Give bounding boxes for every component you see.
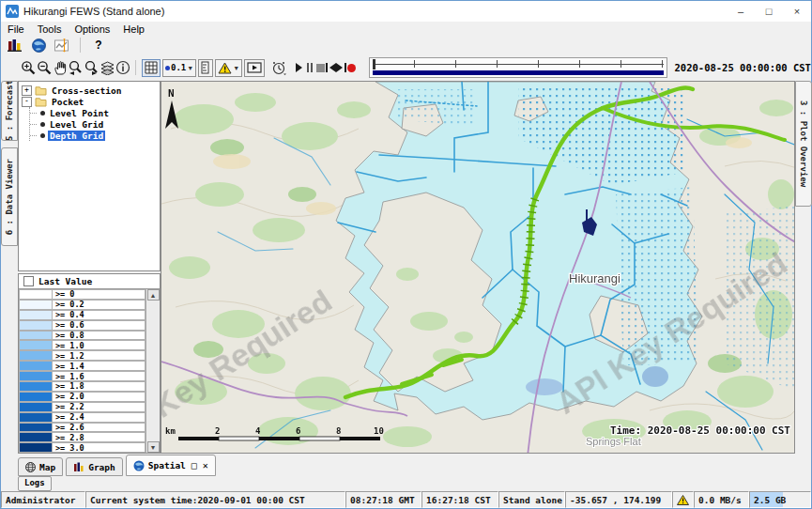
locality-label: Springs Flat [586,436,641,447]
interval-dot-icon [165,66,170,70]
layer-tree: + Cross-section - Pocket Level Point [18,81,161,271]
selected-tree-item: Depth Grid [48,131,105,141]
menu-options[interactable]: Options [68,23,116,35]
thresholds-dropdown[interactable]: ▼ [215,59,242,77]
town-label: Hikurangi [569,271,620,285]
info-button[interactable] [115,58,130,78]
tree-item-level-point[interactable]: Level Point [30,107,160,118]
last-value-label: Last Value [38,276,92,286]
animate-button[interactable] [244,59,265,77]
menu-tools[interactable]: Tools [31,23,69,35]
legend-swatch [19,402,53,412]
maximize-button[interactable]: □ [755,1,783,22]
layers-button[interactable] [100,58,115,78]
timeseries-icon [54,39,69,53]
animate-icon [247,62,262,73]
tab-maximize-icon[interactable]: □ [192,460,197,470]
svg-text:6: 6 [296,426,300,436]
tab-map[interactable]: Map [18,457,63,476]
pause-button[interactable] [304,58,314,77]
legend-row: >= 1.6 [19,371,146,381]
tab-data-viewer[interactable]: 6 : Data Viewer [1,147,18,246]
zoom-next-button[interactable] [84,58,100,78]
skip-start-button[interactable] [326,58,336,77]
tree-item-depth-grid[interactable]: Depth Grid [30,130,160,141]
legend-swatch [19,381,53,392]
logs-button[interactable]: Logs [18,476,52,491]
timeline-slider[interactable] [369,57,667,78]
zoom-in-button[interactable] [21,58,37,78]
legend-panel: Last Value >= 0 >= 0.2 >= 0.4 >= 0.6 >= … [18,273,161,454]
app-window: Hikurangi FEWS (Stand alone) – □ × File … [0,0,812,509]
tree-item-cross-section[interactable]: + Cross-section [22,85,160,96]
pan-hand-icon [53,60,68,75]
stop-button[interactable] [315,58,326,77]
status-coordinates: -35.657 , 174.199 [565,491,672,508]
pan-button[interactable] [53,58,68,78]
help-button[interactable]: ? [88,37,109,54]
scale-ruler-button[interactable] [198,59,213,77]
status-mode: Stand alone [498,491,565,508]
map-display-button[interactable] [28,37,49,54]
svg-text:N: N [168,87,175,100]
tab-close-icon[interactable]: ✕ [203,460,208,470]
legend-swatch [19,310,53,320]
set-time-button[interactable] [271,58,286,78]
folder-icon [35,85,47,96]
minimize-button[interactable]: – [727,1,755,22]
legend-row: >= 1.8 [19,381,146,392]
play-icon [296,63,302,72]
map-view[interactable]: API Key Required API Key Required Hikura… [161,81,795,454]
warning-triangle-icon [677,495,689,505]
globe-icon [32,39,46,53]
play-button[interactable] [294,58,304,77]
tab-forecast[interactable]: 5 : Forecast [1,81,18,141]
warning-triangle-icon [218,62,232,74]
scroll-down-icon[interactable]: ▼ [147,441,160,453]
legend-scrollbar[interactable]: ▲ ▼ [146,289,160,453]
title-bar: Hikurangi FEWS (Stand alone) – □ × [1,1,811,22]
status-warning[interactable] [672,491,694,508]
menu-file[interactable]: File [1,23,31,35]
explorer-button[interactable] [5,37,25,54]
status-user: Administrator [1,491,85,508]
svg-text:8: 8 [336,426,341,436]
skip-end-button[interactable] [336,58,346,77]
app-logo-icon [6,5,19,18]
expander-icon[interactable]: + [22,85,32,96]
status-system-time: Current system time:2020-09-01 00:00 CST [85,491,345,508]
record-icon [347,64,356,72]
bar-chart-icon [73,462,84,472]
zoom-out-button[interactable] [37,58,53,78]
scroll-up-icon[interactable]: ▲ [147,289,160,301]
zoom-out-icon [37,60,53,76]
legend-row: >= 0.4 [19,310,146,320]
bottom-tab-bar: Map Graph Spatial □ ✕ [1,454,811,476]
tree-item-level-grid[interactable]: Level Grid [30,118,160,130]
tab-graph[interactable]: Graph [66,457,123,476]
tab-plot-overview[interactable]: 3 : Plot Overview [795,81,812,207]
legend-table: >= 0 >= 0.2 >= 0.4 >= 0.6 >= 0.8 >= 1.0 … [19,289,146,453]
zoom-previous-button[interactable] [68,58,84,78]
grid-toggle-button[interactable] [142,59,161,77]
tab-spatial[interactable]: Spatial □ ✕ [126,455,216,476]
chevron-down-icon: ▼ [233,65,239,71]
timeline-handle[interactable] [373,59,375,69]
record-button[interactable] [346,58,357,77]
legend-swatch [19,350,53,361]
menu-help[interactable]: Help [116,23,151,35]
legend-swatch [19,289,53,300]
left-panel: + Cross-section - Pocket Level Point [18,81,161,454]
legend-swatch [19,340,53,350]
status-bar: Administrator Current system time:2020-0… [1,491,811,508]
expander-icon[interactable]: - [22,97,32,107]
last-value-checkbox[interactable] [23,276,34,286]
timeseries-dialog-button[interactable] [52,37,72,54]
close-button[interactable]: × [783,1,811,22]
tree-item-pocket[interactable]: - Pocket [22,96,160,107]
legend-row: >= 0.6 [19,320,146,331]
grid-icon [145,61,158,74]
interval-dropdown[interactable]: 0.1 ▼ [162,59,196,77]
legend-row: >= 0 [19,289,146,300]
right-tab-strip: 3 : Plot Overview [795,81,811,454]
